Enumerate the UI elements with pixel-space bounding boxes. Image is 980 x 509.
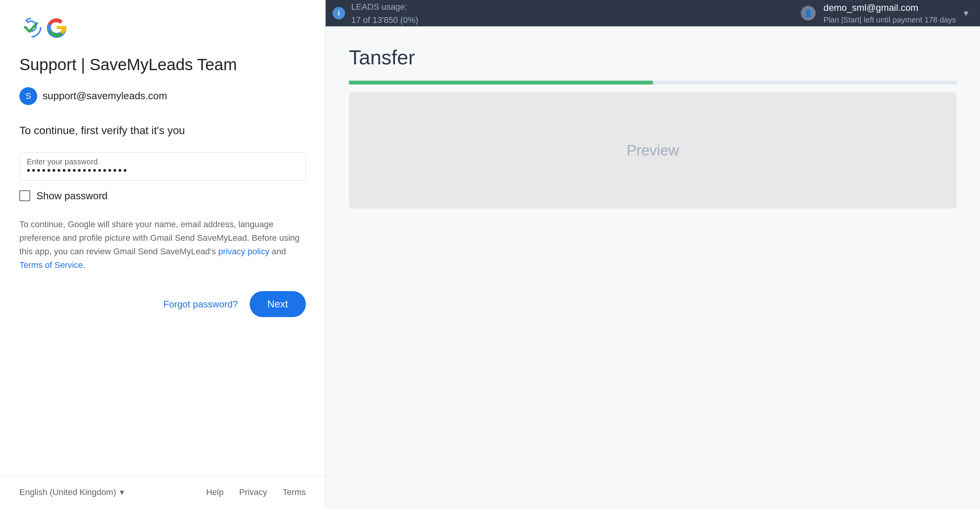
leads-usage: LEADS usage: 17 of 13'850 (0%) <box>351 0 418 26</box>
app-section-title: Tansfer <box>349 46 957 69</box>
next-button[interactable]: Next <box>250 291 306 317</box>
user-info: demo_sml@gmail.com Plan |Start| left unt… <box>823 1 956 25</box>
language-chevron-icon: ▾ <box>120 487 124 497</box>
action-row: Forgot password? Next <box>19 291 306 317</box>
app-title: Support | SaveMyLeads Team <box>19 54 306 76</box>
top-bar: i LEADS usage: 17 of 13'850 (0%) 👤 demo_… <box>321 0 980 26</box>
progress-tab-2 <box>653 81 957 85</box>
google-auth-panel: Support | SaveMyLeads Team S support@sav… <box>0 0 326 509</box>
show-password-label[interactable]: Show password <box>36 190 108 202</box>
leads-usage-section: i LEADS usage: 17 of 13'850 (0%) <box>333 0 418 26</box>
preview-box: Preview <box>349 92 957 209</box>
app-panel: Tansfer Preview <box>326 26 980 509</box>
user-email-display: support@savemyleads.com <box>43 90 167 102</box>
google-footer: English (United Kingdom) ▾ Help Privacy … <box>0 475 325 509</box>
avatar: 👤 <box>801 6 816 21</box>
progress-tab-1 <box>349 81 653 85</box>
privacy-link[interactable]: Privacy <box>239 487 267 497</box>
help-link[interactable]: Help <box>206 487 224 497</box>
show-password-checkbox[interactable] <box>19 190 30 201</box>
password-field-container: Enter your password <box>19 152 306 181</box>
password-label: Enter your password <box>27 157 98 166</box>
password-field-wrapper: Enter your password <box>19 152 306 181</box>
app-content: Tansfer Preview <box>326 26 980 228</box>
forgot-password-button[interactable]: Forgot password? <box>163 299 238 310</box>
google-header: Support | SaveMyLeads Team S support@sav… <box>0 0 325 105</box>
google-logo <box>19 16 306 39</box>
google-main: To continue, first verify that it's you … <box>0 105 325 475</box>
consent-text: To continue, Google will share your name… <box>19 217 306 272</box>
user-section[interactable]: 👤 demo_sml@gmail.com Plan |Start| left u… <box>801 1 968 25</box>
user-initial-avatar: S <box>19 87 37 105</box>
user-email-row: S support@savemyleads.com <box>19 87 306 105</box>
terms-link[interactable]: Terms <box>283 487 306 497</box>
google-checkmark-icon <box>19 16 43 39</box>
footer-links: Help Privacy Terms <box>206 487 306 497</box>
terms-of-service-link[interactable]: Terms of Service <box>19 260 83 270</box>
google-g-icon <box>45 16 68 39</box>
info-icon: i <box>333 7 345 19</box>
progress-area <box>349 81 957 85</box>
verify-title: To continue, first verify that it's you <box>19 124 306 137</box>
language-label: English (United Kingdom) <box>19 487 116 497</box>
show-password-row: Show password <box>19 190 306 202</box>
language-selector[interactable]: English (United Kingdom) ▾ <box>19 487 124 497</box>
privacy-policy-link[interactable]: privacy policy <box>218 247 269 256</box>
chevron-down-icon[interactable]: ▾ <box>964 8 968 19</box>
